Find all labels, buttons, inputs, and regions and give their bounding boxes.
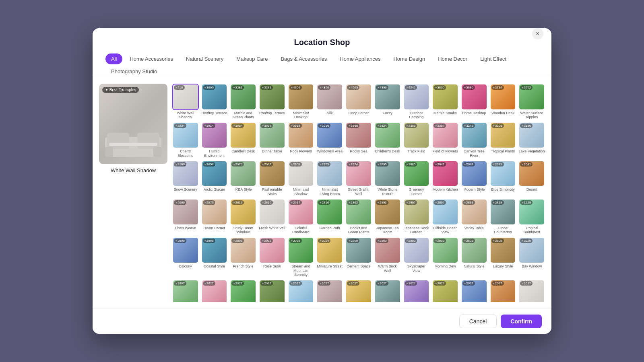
count-badge: ♥ 2027 (347, 281, 359, 286)
tab-makeup-care[interactable]: Makeup Care (231, 53, 273, 64)
grid-item[interactable]: ♥ 2800Warm Brick Wall (374, 237, 401, 277)
grid-item[interactable]: ♥ 2803Skyscraper View (403, 237, 430, 277)
grid-item[interactable]: ♥ 3255Water Surface Ripples (518, 84, 545, 119)
grid-item[interactable]: ♥ 2027 (518, 280, 545, 302)
grid-item[interactable]: ♥ 2868Minimalist Shadow (288, 160, 314, 196)
grid-item[interactable]: ♥ 2044Modern Style (461, 160, 487, 196)
grid-item[interactable]: ♥ 4241Outdoor Camping (403, 84, 430, 119)
image-grid: ♥ 316White Wall Shadow♥ 3600Rooftop Terr… (172, 84, 545, 302)
grid-item[interactable]: ♥ 2809Balcony (172, 237, 199, 277)
grid-item[interactable]: ♥ 2047Modern Kitchen (432, 160, 458, 196)
grid-item[interactable]: ♥ 4563Cozy Corner (345, 84, 372, 119)
grid-item[interactable]: ♥ 2027 (316, 280, 343, 302)
grid-item[interactable]: ♥ 2819Stone Countertop (490, 199, 516, 234)
tab-home-decor[interactable]: Home Decor (432, 53, 473, 64)
grid-item[interactable]: ♥ 2893Vanity Table (461, 199, 487, 234)
grid-item[interactable]: ♥ 2976IKEA Style (230, 160, 256, 196)
grid-item[interactable]: ♥ 2897Cliffside Ocean View (432, 199, 458, 234)
grid-item[interactable]: ♥ 2954Street Graffiti Wall (345, 160, 372, 196)
grid-item[interactable]: ♥ 4890Fuzzy (374, 84, 401, 119)
grid-item[interactable]: ♥ 3250Windowsill Area (316, 122, 343, 158)
tab-home-design[interactable]: Home Design (388, 53, 431, 64)
grid-item[interactable]: ♥ 2027 (490, 280, 516, 302)
grid-item[interactable]: ♥ 2810Garden Path (316, 199, 343, 234)
tab-home-appliances[interactable]: Home Appliances (334, 53, 386, 64)
tab-natural-scenery[interactable]: Natural Scenery (180, 53, 229, 64)
tab-light-effect[interactable]: Light Effect (475, 53, 512, 64)
grid-item[interactable]: ♥ 316White Wall Shadow (172, 84, 199, 119)
grid-item[interactable]: ♥ 2997Fashionable Stairs (259, 160, 285, 196)
grid-item[interactable]: ♥ 2027 (403, 280, 430, 302)
grid-item[interactable]: ♥ 2976Room Corner (201, 199, 228, 234)
grid-item[interactable]: ♥ 3654Candlelit Desk (230, 122, 256, 158)
grid-item[interactable]: ♥ 3938Rock Flowers (288, 122, 314, 158)
grid-item[interactable]: ♥ 2855Minimalist Living Room (316, 160, 343, 196)
grid-item[interactable]: ♥ 3865Marble Smoke (432, 84, 458, 119)
grid-item[interactable]: ♥ 2027 (201, 280, 228, 302)
grid-item[interactable]: ♥ 3397Field of Flowers (432, 122, 458, 158)
item-label: Garden Path (320, 226, 340, 230)
count-badge: ♥ 2809 (347, 239, 359, 243)
grid-item[interactable]: ♥ 2095Stream and Mountain Serenity (288, 237, 314, 277)
grid-item[interactable]: ♥ 2802Books and Green Plants (345, 199, 372, 234)
grid-item[interactable]: ♥ 2880Greenery Corner (403, 160, 430, 196)
cancel-button[interactable]: Cancel (459, 315, 497, 328)
grid-item[interactable]: ♥ 3868Rocky Sea (345, 122, 372, 158)
grid-item[interactable]: ♥ 2027 (259, 280, 285, 302)
grid-item[interactable]: ♥ 2965Coastal Style (201, 237, 228, 277)
grid-item[interactable]: ♥ 2809Cement Space (345, 237, 372, 277)
close-button[interactable]: × (532, 28, 543, 39)
grid-item[interactable]: ♥ 3885Home Desktop (461, 84, 487, 119)
count-badge: ♥ 3834 (174, 123, 186, 128)
grid-item[interactable]: ♥ 3160Snow Scenery (172, 160, 199, 196)
grid-item[interactable]: ♥ 3814Humid Environment (201, 122, 228, 158)
grid-item[interactable]: ♥ 4850Silk (316, 84, 343, 119)
grid-item[interactable]: ♥ 2819Study Room Window (230, 199, 256, 234)
grid-item[interactable]: ♥ 3245Canyon Tree River (461, 122, 487, 158)
tab-home-accessories[interactable]: Home Accessories (124, 53, 179, 64)
tab-bags-accessories[interactable]: Bags & Accessories (275, 53, 332, 64)
grid-item[interactable]: ♥ 3190Lake Vegetation (518, 122, 545, 158)
grid-item[interactable]: ♥ 2041Desert (518, 160, 545, 196)
grid-item[interactable]: ♥ 3205Tropical Plants (490, 122, 516, 158)
grid-item[interactable]: ♥ 2027 (461, 280, 487, 302)
grid-item[interactable]: ♥ 3794Wooden Desk (490, 84, 516, 119)
grid-item[interactable]: ♥ 3228Tropical Rainforest (518, 199, 545, 234)
grid-item[interactable]: ♥ 2809Natural Style (461, 237, 487, 277)
grid-item[interactable]: ♥ 3024Miniature Street (316, 237, 343, 277)
grid-item[interactable]: ♥ 2095Rose Bush (259, 237, 285, 277)
grid-item[interactable]: ♥ 2027 (374, 280, 401, 302)
grid-item[interactable]: ♥ 3600Rooftop Terrace (201, 84, 228, 119)
grid-item[interactable]: ♥ 3834Cherry Blossoms (172, 122, 199, 158)
tab-photography-studio[interactable]: Photography Studio (105, 66, 163, 77)
grid-item[interactable]: ♥ 2809Luxury Style (490, 237, 516, 277)
grid-item[interactable]: ♥ 2816Fresh White Veil (259, 199, 285, 234)
grid-item[interactable]: ♥ 3355Track Field (403, 122, 430, 158)
count-badge: ♥ 2027 (289, 281, 302, 286)
grid-item[interactable]: ♥ 2807 (172, 280, 199, 302)
grid-item[interactable]: ♥ 2697Colorful Cardboard (288, 199, 314, 234)
grid-item[interactable]: ♥ 2609Linen Weave (172, 199, 199, 234)
grid-item[interactable]: ♥ 2041Blue Simplicity (490, 160, 516, 196)
grid-item[interactable]: ♥ 3658Arctic Glacier (201, 160, 228, 196)
grid-item[interactable]: ♥ 2027 (288, 280, 314, 302)
grid-item[interactable]: ♥ 3389Rooftop Terrace (259, 84, 285, 119)
grid-item[interactable]: ♥ 3638Dinner Table (259, 122, 285, 158)
grid-item[interactable]: ♥ 2893Japanese Tea Room (374, 199, 401, 234)
grid-item[interactable]: ♥ 3228Bay Window (518, 237, 545, 277)
tab-all[interactable]: All (105, 53, 122, 64)
grid-item[interactable]: ♥ 2890White Stone Texture (374, 160, 401, 196)
count-badge: ♥ 2095 (260, 239, 273, 243)
grid-item[interactable]: ♥ 2805French Style (230, 237, 256, 277)
grid-item[interactable]: ♥ 2027 (345, 280, 372, 302)
grid-item[interactable]: ♥ 4704Minimalist Desktop (288, 84, 314, 119)
grid-item[interactable]: ♥ 2027 (432, 280, 458, 302)
grid-item[interactable]: ♥ 2897Japanese Rock Garden (403, 199, 430, 234)
item-label: Home Desktop (462, 111, 486, 115)
grid-item[interactable]: ♥ 3824Children's Desk (374, 122, 401, 158)
grid-item[interactable]: ♥ 3389Marble and Green Plants (230, 84, 256, 119)
confirm-button[interactable]: Confirm (501, 315, 542, 328)
grid-item[interactable]: ♥ 2027 (230, 280, 256, 302)
item-label: Skyscraper View (403, 264, 430, 273)
grid-item[interactable]: ♥ 2809Morning Dew (432, 237, 458, 277)
